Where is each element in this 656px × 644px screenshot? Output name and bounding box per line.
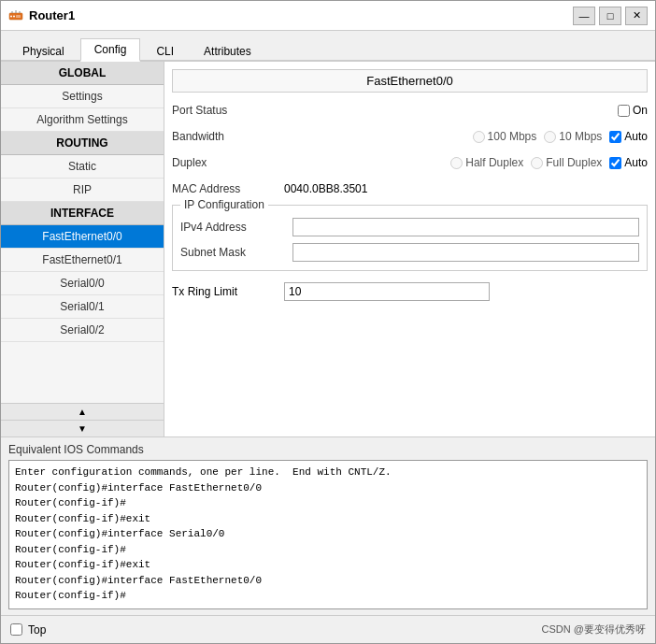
duplex-full-radio[interactable] [531,157,543,169]
tab-config[interactable]: Config [80,38,141,62]
ip-config-group: IP Configuration IPv4 Address Subnet Mas… [172,205,648,271]
bandwidth-row: Bandwidth 100 Mbps 10 Mbps Auto [172,126,648,147]
footer-left: Top [10,623,46,637]
top-label: Top [28,623,46,637]
ios-line: Enter configuration commands, one per li… [15,465,641,480]
sidebar-item-algorithm-settings[interactable]: Algorithm Settings [1,108,164,132]
sidebar-item-fastethernet0-0[interactable]: FastEthernet0/0 [1,225,164,249]
ios-line: Router(config-if)#exit [15,511,641,527]
right-panel: FastEthernet0/0 Port Status On Bandwidth [164,62,655,436]
ipv4-label: IPv4 Address [180,221,292,234]
ios-line: Router(config-if)# [15,542,641,558]
duplex-half-radio[interactable] [450,157,463,169]
title-left: Router1 [8,8,75,23]
port-status-checkbox[interactable] [618,105,630,117]
sidebar-item-static[interactable]: Static [1,155,164,179]
tab-bar: Physical Config CLI Attributes [1,31,655,62]
subnet-row: Subnet Mask [180,242,639,263]
ios-line: Router(config)#interface FastEthernet0/0 [15,573,641,589]
ios-line: Router(config)#interface FastEthernet0/0 [15,480,641,496]
bandwidth-100mbps-text: 100 Mbps [488,130,537,143]
minimize-button[interactable]: — [573,7,595,25]
tab-physical[interactable]: Physical [8,40,78,62]
bandwidth-controls: 100 Mbps 10 Mbps Auto [284,130,648,143]
ios-line: Router(config-if)#exit [15,557,641,573]
bandwidth-auto-label[interactable]: Auto [609,130,648,143]
sidebar-item-rip[interactable]: RIP [1,179,164,202]
tab-cli[interactable]: CLI [142,40,188,62]
sidebar-item-fastethernet0-1[interactable]: FastEthernet0/1 [1,249,164,272]
maximize-button[interactable]: □ [599,7,621,25]
bandwidth-auto-checkbox[interactable] [609,131,621,143]
svg-point-1 [10,15,12,17]
close-button[interactable]: ✕ [625,7,648,25]
tx-ring-row: Tx Ring Limit [172,282,648,301]
port-status-on-label[interactable]: On [618,104,648,117]
port-status-label: Port Status [172,104,284,117]
bandwidth-10mbps-text: 10 Mbps [559,130,602,143]
duplex-half-text: Half Duplex [465,156,523,169]
port-status-row: Port Status On [172,100,648,121]
title-controls: — □ ✕ [573,7,648,25]
tx-ring-label: Tx Ring Limit [172,285,284,298]
duplex-full-text: Full Duplex [546,156,602,169]
mac-address-row: MAC Address 0040.0BB8.3501 [172,179,648,199]
ios-line: Router(config-if)# [15,495,641,511]
duplex-controls: Half Duplex Full Duplex Auto [284,156,648,169]
duplex-half-label[interactable]: Half Duplex [450,156,523,169]
duplex-row: Duplex Half Duplex Full Duplex Auto [172,152,648,173]
title-bar: Router1 — □ ✕ [1,1,655,31]
bandwidth-100mbps-label[interactable]: 100 Mbps [473,130,537,143]
sidebar-item-settings[interactable]: Settings [1,85,164,108]
sidebar: GLOBAL Settings Algorithm Settings ROUTI… [1,62,164,436]
ip-config-title: IP Configuration [180,198,268,211]
port-status-on-text: On [633,104,648,117]
svg-rect-3 [16,15,21,18]
sidebar-scroll[interactable]: GLOBAL Settings Algorithm Settings ROUTI… [1,62,164,403]
duplex-label: Duplex [172,156,284,169]
sidebar-header-routing: ROUTING [1,132,164,155]
main-window: Router1 — □ ✕ Physical Config CLI Attrib… [0,0,656,644]
bandwidth-auto-text: Auto [624,130,648,143]
tab-attributes[interactable]: Attributes [190,40,265,62]
ios-label: Equivalent IOS Commands [8,443,648,456]
bandwidth-10mbps-label[interactable]: 10 Mbps [544,130,602,143]
bandwidth-100mbps-radio[interactable] [473,131,485,143]
duplex-auto-text: Auto [624,156,648,169]
sidebar-item-serial0-0[interactable]: Serial0/0 [1,272,164,295]
footer: Top CSDN @要变得优秀呀 [1,615,655,643]
ipv4-input[interactable] [292,218,639,236]
mac-address-label: MAC Address [172,182,284,195]
tx-ring-input[interactable] [284,282,490,301]
bandwidth-label: Bandwidth [172,130,284,143]
mac-address-value: 0040.0BB8.3501 [284,182,648,195]
top-checkbox[interactable] [10,623,22,636]
duplex-full-label[interactable]: Full Duplex [531,156,602,169]
router-icon [8,8,23,23]
sidebar-header-interface: INTERFACE [1,202,164,225]
subnet-input[interactable] [292,243,639,262]
interface-header: FastEthernet0/0 [172,69,648,93]
port-status-controls: On [284,104,648,117]
watermark: CSDN @要变得优秀呀 [542,623,646,637]
ios-line: Router(config)#interface Serial0/0 [15,526,641,542]
sidebar-header-global: GLOBAL [1,62,164,85]
sidebar-item-serial0-2[interactable]: Serial0/2 [1,319,164,342]
duplex-auto-checkbox[interactable] [609,157,621,169]
svg-point-2 [13,15,15,17]
window-title: Router1 [29,8,75,22]
sidebar-scroll-down[interactable]: ▼ [1,421,164,436]
ios-line: Router(config-if)# [15,588,641,604]
bandwidth-10mbps-radio[interactable] [544,131,556,143]
ios-terminal[interactable]: Enter configuration commands, one per li… [8,460,648,609]
main-content: GLOBAL Settings Algorithm Settings ROUTI… [1,62,655,436]
bottom-section: Equivalent IOS Commands Enter configurat… [1,436,655,615]
subnet-label: Subnet Mask [180,246,292,259]
sidebar-item-serial0-1[interactable]: Serial0/1 [1,295,164,319]
duplex-auto-label[interactable]: Auto [609,156,648,169]
ipv4-row: IPv4 Address [180,217,639,237]
sidebar-scroll-up[interactable]: ▲ [1,404,164,421]
